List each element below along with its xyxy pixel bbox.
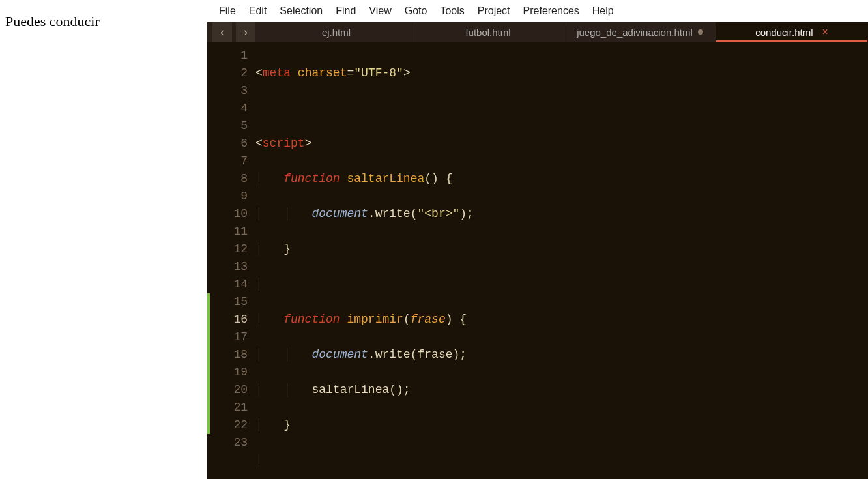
menu-find[interactable]: Find bbox=[329, 3, 362, 20]
code-content[interactable]: <meta charset="UTF-8"> <script> │ functi… bbox=[255, 42, 868, 479]
tab-nav: ‹ › bbox=[207, 22, 261, 42]
tab-ej[interactable]: ej.html bbox=[261, 22, 412, 42]
line-number: 9 bbox=[210, 188, 248, 205]
menu-preferences[interactable]: Preferences bbox=[517, 3, 586, 20]
line-number: 1 bbox=[210, 47, 248, 65]
nav-back-button[interactable]: ‹ bbox=[212, 22, 232, 42]
line-number: 5 bbox=[210, 117, 248, 135]
line-number: 7 bbox=[210, 152, 248, 170]
line-number: 20 bbox=[210, 381, 248, 399]
line-number: 23 bbox=[210, 434, 248, 452]
chevron-left-icon: ‹ bbox=[220, 25, 224, 39]
line-number: 18 bbox=[210, 346, 248, 364]
line-number: 15 bbox=[210, 293, 248, 311]
menu-project[interactable]: Project bbox=[471, 3, 517, 20]
line-number: 11 bbox=[210, 223, 248, 240]
line-number: 17 bbox=[210, 328, 248, 346]
line-number: 3 bbox=[210, 82, 248, 100]
menu-help[interactable]: Help bbox=[586, 3, 620, 20]
line-number: 16 bbox=[210, 311, 248, 328]
menu-edit[interactable]: Edit bbox=[242, 3, 274, 20]
menu-tools[interactable]: Tools bbox=[433, 3, 470, 20]
line-number: 2 bbox=[210, 65, 248, 82]
chevron-right-icon: › bbox=[244, 25, 248, 39]
tab-conducir[interactable]: conducir.html × bbox=[716, 22, 868, 42]
modified-region-icon bbox=[207, 293, 210, 434]
line-number-gutter: 1234567891011121314151617181920212223 bbox=[210, 42, 255, 479]
output-text: Puedes conducir bbox=[5, 13, 201, 30]
tab-label: juego_de_adivinacion.html bbox=[577, 27, 693, 38]
tab-label: futbol.html bbox=[465, 27, 510, 38]
editor-pane: File Edit Selection Find View Goto Tools… bbox=[207, 0, 868, 479]
line-number: 12 bbox=[210, 240, 248, 258]
line-number: 8 bbox=[210, 170, 248, 188]
editor-area[interactable]: 1234567891011121314151617181920212223 <m… bbox=[207, 42, 868, 479]
menu-goto[interactable]: Goto bbox=[398, 3, 434, 20]
menu-file[interactable]: File bbox=[212, 3, 242, 20]
line-number: 19 bbox=[210, 364, 248, 381]
dirty-indicator-icon bbox=[698, 29, 703, 35]
close-icon[interactable]: × bbox=[822, 26, 828, 38]
line-number: 10 bbox=[210, 205, 248, 223]
tab-bar: ‹ › ej.html futbol.html juego_de_adivina… bbox=[207, 22, 868, 42]
browser-output-pane: Puedes conducir bbox=[0, 0, 207, 479]
tab-label: conducir.html bbox=[755, 27, 813, 38]
line-number: 13 bbox=[210, 258, 248, 276]
line-number: 14 bbox=[210, 276, 248, 293]
line-number: 21 bbox=[210, 399, 248, 416]
menu-bar: File Edit Selection Find View Goto Tools… bbox=[207, 0, 868, 22]
diff-gutter bbox=[207, 42, 210, 479]
line-number: 4 bbox=[210, 100, 248, 117]
tab-label: ej.html bbox=[322, 27, 351, 38]
line-number: 22 bbox=[210, 416, 248, 434]
menu-view[interactable]: View bbox=[362, 3, 398, 20]
menu-selection[interactable]: Selection bbox=[273, 3, 329, 20]
nav-forward-button[interactable]: › bbox=[236, 22, 255, 42]
tab-juego[interactable]: juego_de_adivinacion.html bbox=[564, 22, 716, 42]
tab-futbol[interactable]: futbol.html bbox=[412, 22, 564, 42]
line-number: 6 bbox=[210, 135, 248, 152]
